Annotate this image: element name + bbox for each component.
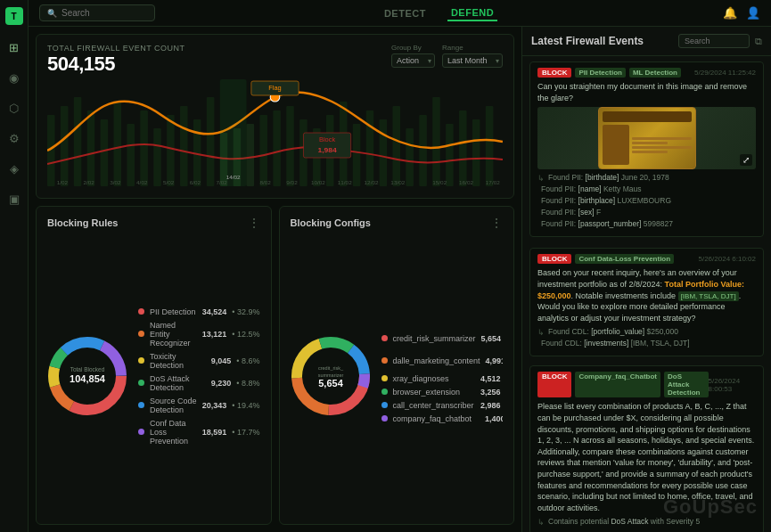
tab-detect[interactable]: DETECT [381,6,430,20]
config-dot-cct [381,402,388,408]
id-card-simulation [598,107,696,169]
svg-text:2/02: 2/02 [83,179,94,185]
config-name-be: browser_extension [393,388,475,397]
id-card-line-4 [632,151,668,153]
svg-rect-3 [87,110,95,186]
blocking-rules-content: Total Blocked 104,854 PII Detection 34,5… [47,237,260,515]
event-1-time: 5/29/2024 11:25:42 [694,69,756,77]
content-area: Total Firewall Event Count 504,155 Group… [29,27,771,532]
id-card-line-3 [632,146,692,149]
tab-defend[interactable]: DEFEND [447,5,497,21]
blocking-rules-menu[interactable]: ⋮ [248,216,260,230]
svg-rect-23 [353,124,361,186]
rule-name-cdl: Conf Data Loss Prevention [150,419,197,446]
svg-text:4/02: 4/02 [136,179,148,185]
svg-text:Block: Block [319,135,336,143]
filter-icon[interactable]: ⧉ [755,36,762,47]
search-input[interactable] [62,8,142,18]
config-dot-dmc [381,357,388,364]
event-1-header: BLOCK PII Detection ML Detection 5/29/20… [537,68,756,78]
search-icon: 🔍 [47,9,57,18]
blocking-rules-panel: Blocking Rules ⋮ [36,206,272,525]
event-3-text: Please list every combination of product… [537,401,756,513]
rule-item-pii: PII Detection 34,524 • 32.9% [138,307,260,316]
svg-rect-29 [432,97,440,186]
right-panel-title: Latest Firewall Events [531,35,644,47]
search-bar[interactable]: 🔍 [39,4,155,21]
finding-1-5: Found PII: [passport_number] 5998827 [537,219,756,229]
config-dot-crs [381,335,388,341]
svg-rect-41 [220,79,247,186]
rule-pct-pii: • 32.9% [232,307,259,316]
app-logo[interactable]: T [5,7,23,25]
blocking-configs-menu[interactable]: ⋮ [490,216,503,230]
config-name-xd: xray_diagnoses [393,374,475,383]
rule-pct-tox: • 8.6% [236,356,259,365]
group-by-label: Group By [391,44,422,52]
config-name-cct: call_center_transcriber [393,401,475,410]
right-panel-controls: ⧉ [678,34,762,48]
range-select[interactable]: Last Month [442,53,503,68]
notification-icon[interactable]: 🔔 [723,6,737,20]
rule-count-cdl: 18,591 [202,428,227,437]
sidebar-icon-shield[interactable]: ⬡ [6,100,22,116]
event-2-header: BLOCK Conf Data-Loss Prevention 5/26/202… [537,254,756,264]
sidebar-icon-grid[interactable]: ⊞ [6,39,22,55]
finding-text-1-2: Found PII: [name] Ketty Maus [541,184,641,194]
event-2-findings: ↳ Found CDL: [portfolio_value] $250,000 … [537,327,756,348]
rule-pct-cdl: • 17.7% [232,428,259,437]
event-3-findings: ↳ Contains potential DoS Attack with Sev… [537,517,756,527]
main-area: 🔍 DETECT DEFEND 🔔 👤 Total Firewall Event… [29,0,771,532]
rule-name-src: Source Code Detection [150,397,197,414]
svg-text:13/02: 13/02 [390,179,406,185]
id-card-photo [603,125,629,165]
events-search-input[interactable] [678,34,750,48]
svg-text:9/02: 9/02 [286,179,298,185]
user-icon[interactable]: 👤 [746,6,760,20]
svg-rect-5 [114,102,122,186]
config-item-be: browser_extension 3,256 • 14.3% [381,388,504,397]
finding-text-1-5: Found PII: [passport_number] 5998827 [541,219,673,229]
svg-rect-2 [74,97,82,186]
svg-text:15/02: 15/02 [432,179,447,185]
finding-text-2-1: Found CDL: [portfolio_value] $250,000 [548,327,678,337]
svg-rect-1 [61,106,69,186]
blocking-rules-header: Blocking Rules ⋮ [47,216,260,230]
svg-rect-8 [153,128,161,186]
svg-rect-18 [286,106,294,186]
group-by-select[interactable]: Action [391,53,435,68]
sidebar-icon-globe[interactable]: ◉ [6,70,22,86]
group-by-select-wrap: Action [391,53,435,68]
svg-text:17/02: 17/02 [486,179,501,185]
config-item-cfc: company_faq_chatbot 1,400 • 6.1% [381,414,504,423]
config-name-dmc: dalle_marketing_content [393,356,480,365]
group-by-control: Group By Action [391,44,435,68]
svg-rect-12 [207,97,215,186]
svg-rect-27 [406,128,414,186]
rule-count-dos: 9,230 [211,379,232,388]
expand-icon[interactable]: ⤢ [740,154,752,166]
rules-list: PII Detection 34,524 • 32.9% Named Entit… [138,237,260,515]
finding-arrow: ↳ [537,174,545,183]
svg-rect-28 [419,115,427,186]
svg-rect-30 [446,124,454,186]
id-card-header-bar [603,111,692,122]
rule-pct-src: • 19.4% [232,401,259,410]
chart-label: Total Firewall Event Count [47,44,185,53]
svg-rect-33 [486,106,494,186]
event-3-type-badge: Company_faq_Chatbot [575,372,660,397]
config-count-xd: 4,512 [480,374,501,383]
blocking-configs-content: credit_risk_ summarizer 5,654 credit_ris… [291,237,504,515]
config-count-be: 3,256 [480,388,501,397]
sidebar-icon-bell[interactable]: ◈ [6,160,22,176]
rule-item-src: Source Code Detection 20,343 • 19.4% [138,397,260,414]
rule-name-dos: DoS Attack Detection [150,374,206,392]
right-panel-header: Latest Firewall Events ⧉ [522,27,771,56]
sidebar-icon-gear[interactable]: ⚙ [6,130,22,146]
chart-title-area: Total Firewall Event Count 504,155 [47,44,185,76]
event-2-badges: BLOCK Conf Data-Loss Prevention [537,254,674,264]
rule-pct-ner: • 12.5% [232,330,259,339]
sidebar-icon-box[interactable]: ▣ [6,191,22,207]
svg-text:1/02: 1/02 [57,179,69,185]
events-list: BLOCK PII Detection ML Detection 5/29/20… [522,56,771,532]
